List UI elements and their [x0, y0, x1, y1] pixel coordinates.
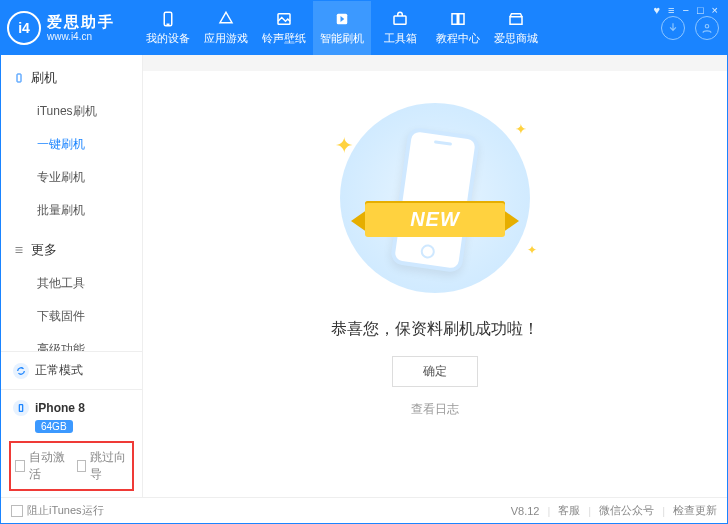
store-icon [507, 10, 525, 28]
success-message: 恭喜您，保资料刷机成功啦！ [331, 319, 539, 340]
svg-point-5 [705, 25, 709, 29]
wechat-link[interactable]: 微信公众号 [599, 503, 654, 518]
refresh-icon [13, 363, 29, 379]
sidebar-item-oneclick-flash[interactable]: 一键刷机 [1, 128, 142, 161]
view-log-link[interactable]: 查看日志 [411, 401, 459, 418]
nav-label: 工具箱 [384, 31, 417, 46]
sidebar-item-advanced[interactable]: 高级功能 [1, 333, 142, 351]
nav-my-device[interactable]: 我的设备 [139, 1, 197, 55]
brand-logo-icon: i4 [7, 11, 41, 45]
svg-rect-4 [394, 16, 406, 24]
nav-store[interactable]: 爱思商城 [487, 1, 545, 55]
brand: i4 爱思助手 www.i4.cn [7, 11, 115, 45]
phone-icon [13, 400, 29, 416]
checkbox-block-itunes[interactable]: 阻止iTunes运行 [11, 503, 104, 518]
brand-url: www.i4.cn [47, 31, 115, 43]
list-icon [13, 244, 25, 256]
nav-flash[interactable]: 智能刷机 [313, 1, 371, 55]
nav-label: 智能刷机 [320, 31, 364, 46]
book-icon [449, 10, 467, 28]
nav-toolbox[interactable]: 工具箱 [371, 1, 429, 55]
nav-label: 爱思商城 [494, 31, 538, 46]
device-row[interactable]: iPhone 8 [9, 396, 134, 418]
sparkle-icon: ✦ [515, 121, 527, 137]
checkbox-skip-setup[interactable]: 跳过向导 [77, 449, 129, 483]
nav-label: 铃声壁纸 [262, 31, 306, 46]
nav-label: 教程中心 [436, 31, 480, 46]
version-label: V8.12 [511, 505, 540, 517]
success-illustration: ✦ ✦ ✦ NEW [315, 103, 555, 293]
apps-icon [217, 10, 235, 28]
main-toolbar [143, 55, 727, 71]
user-button[interactable] [695, 16, 719, 40]
nav-ringtones[interactable]: 铃声壁纸 [255, 1, 313, 55]
close-icon[interactable]: × [712, 4, 718, 16]
menu-icon[interactable]: ≡ [668, 4, 674, 16]
nav-label: 应用游戏 [204, 31, 248, 46]
svg-rect-6 [17, 74, 21, 82]
sidebar-item-itunes-flash[interactable]: iTunes刷机 [1, 95, 142, 128]
storage-badge: 64GB [35, 420, 73, 433]
maximize-icon[interactable]: □ [697, 4, 704, 16]
sparkle-icon: ✦ [527, 243, 537, 257]
sidebar-section-more: 更多 [1, 235, 142, 265]
update-link[interactable]: 检查更新 [673, 503, 717, 518]
toolbox-icon [391, 10, 409, 28]
phone-icon [159, 10, 177, 28]
device-mode[interactable]: 正常模式 [9, 358, 134, 383]
nav-tutorials[interactable]: 教程中心 [429, 1, 487, 55]
sidebar-item-pro-flash[interactable]: 专业刷机 [1, 161, 142, 194]
sidebar-item-download-fw[interactable]: 下载固件 [1, 300, 142, 333]
nav-label: 我的设备 [146, 31, 190, 46]
support-link[interactable]: 客服 [558, 503, 580, 518]
checkbox-auto-activate[interactable]: 自动激活 [15, 449, 67, 483]
sidebar-item-other-tools[interactable]: 其他工具 [1, 267, 142, 300]
flash-icon [333, 10, 351, 28]
minimize-icon[interactable]: − [682, 4, 688, 16]
cart-icon[interactable]: ♥ [654, 4, 661, 16]
section-title: 更多 [31, 241, 57, 259]
image-icon [275, 10, 293, 28]
ribbon-label: NEW [365, 201, 505, 237]
mode-label: 正常模式 [35, 362, 83, 379]
sidebar-section-flash: 刷机 [1, 63, 142, 93]
ok-button[interactable]: 确定 [392, 356, 478, 387]
nav-apps[interactable]: 应用游戏 [197, 1, 255, 55]
phone-icon [13, 72, 25, 84]
sparkle-icon: ✦ [335, 133, 353, 159]
section-title: 刷机 [31, 69, 57, 87]
svg-rect-10 [19, 405, 22, 412]
device-name: iPhone 8 [35, 401, 85, 415]
sidebar-item-batch-flash[interactable]: 批量刷机 [1, 194, 142, 227]
brand-title: 爱思助手 [47, 13, 115, 31]
download-button[interactable] [661, 16, 685, 40]
